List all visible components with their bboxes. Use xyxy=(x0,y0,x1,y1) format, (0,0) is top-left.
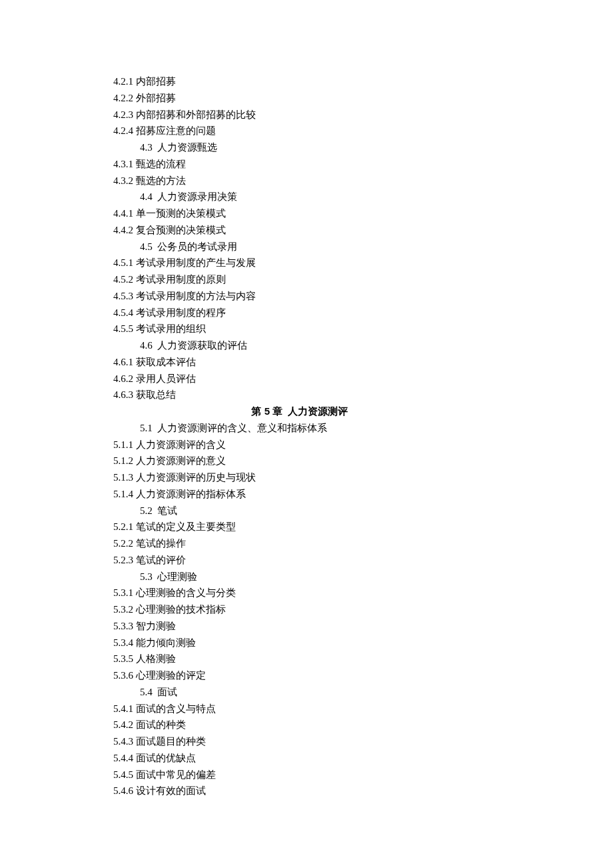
toc-item: 4.5.3 考试录用制度的方法与内容 xyxy=(113,288,573,305)
toc-item: 5.1.1 人力资源测评的含义 xyxy=(113,437,573,453)
toc-item: 4.5.5 考试录用的组织 xyxy=(113,321,573,337)
toc-section: 4.6 人力资源获取的评估 xyxy=(113,337,573,354)
toc-item: 4.2.2 外部招募 xyxy=(113,90,573,107)
toc-section: 4.4 人力资源录用决策 xyxy=(113,189,573,205)
toc-item: 4.3.1 甄选的流程 xyxy=(113,156,573,173)
toc-item: 5.1.3 人力资源测评的历史与现状 xyxy=(113,469,573,486)
toc-item: 5.4.2 面试的种类 xyxy=(113,717,573,733)
toc-item: 5.4.1 面试的含义与特点 xyxy=(113,701,573,717)
toc-section: 5.2 笔试 xyxy=(113,503,573,519)
chapter-title: 第 5 章 人力资源测评 xyxy=(113,403,486,420)
toc-item: 4.6.1 获取成本评估 xyxy=(113,354,573,371)
toc-section: 5.1 人力资源测评的含义、意义和指标体系 xyxy=(113,420,573,437)
toc-item: 5.3.3 智力测验 xyxy=(113,618,573,635)
toc-item: 4.4.2 复合预测的决策模式 xyxy=(113,222,573,239)
toc-section: 4.5 公务员的考试录用 xyxy=(113,239,573,255)
toc-item: 4.3.2 甄选的方法 xyxy=(113,173,573,189)
toc-item: 5.3.5 人格测验 xyxy=(113,651,573,667)
toc-item: 5.3.1 心理测验的含义与分类 xyxy=(113,585,573,601)
toc-item: 5.3.2 心理测验的技术指标 xyxy=(113,601,573,618)
toc-section: 5.3 心理测验 xyxy=(113,569,573,585)
toc-section: 5.4 面试 xyxy=(113,684,573,701)
toc-item: 5.2.2 笔试的操作 xyxy=(113,535,573,552)
toc-item: 5.4.3 面试题目的种类 xyxy=(113,733,573,750)
toc-item: 4.4.1 单一预测的决策模式 xyxy=(113,205,573,222)
toc-item: 4.2.4 招募应注意的问题 xyxy=(113,123,573,139)
toc-item: 4.6.2 录用人员评估 xyxy=(113,371,573,387)
toc-item: 5.4.4 面试的优缺点 xyxy=(113,750,573,767)
toc-item: 4.5.1 考试录用制度的产生与发展 xyxy=(113,255,573,271)
toc-item: 5.3.4 能力倾向测验 xyxy=(113,635,573,651)
toc-item: 4.5.4 考试录用制度的程序 xyxy=(113,305,573,321)
toc-item: 5.4.5 面试中常见的偏差 xyxy=(113,767,573,783)
toc-section: 4.3 人力资源甄选 xyxy=(113,139,573,156)
toc-item: 5.4.6 设计有效的面试 xyxy=(113,783,573,799)
toc-item: 5.2.1 笔试的定义及主要类型 xyxy=(113,519,573,535)
toc-item: 5.2.3 笔试的评价 xyxy=(113,552,573,569)
toc-item: 4.2.1 内部招募 xyxy=(113,73,573,90)
toc-item: 5.1.2 人力资源测评的意义 xyxy=(113,453,573,469)
document-page: 4.2.1 内部招募4.2.2 外部招募4.2.3 内部招募和外部招募的比较4.… xyxy=(0,0,613,839)
toc-item: 5.1.4 人力资源测评的指标体系 xyxy=(113,486,573,503)
toc-item: 4.6.3 获取总结 xyxy=(113,387,573,403)
toc-item: 5.3.6 心理测验的评定 xyxy=(113,667,573,684)
toc-item: 4.5.2 考试录用制度的原则 xyxy=(113,271,573,288)
toc-item: 4.2.3 内部招募和外部招募的比较 xyxy=(113,107,573,123)
